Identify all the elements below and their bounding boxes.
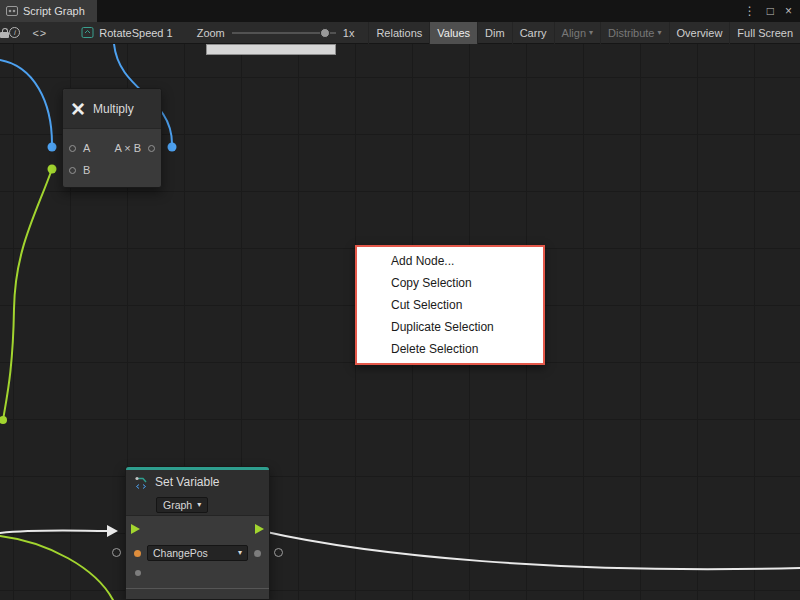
tab-title: Script Graph	[23, 5, 85, 17]
context-menu: Add Node... Copy Selection Cut Selection…	[355, 245, 545, 365]
value-input-port[interactable]	[134, 550, 141, 557]
wire-endpoint-blue-a[interactable]	[48, 143, 57, 152]
menu-item-cut-selection[interactable]: Cut Selection	[357, 294, 543, 316]
port-b-label: B	[83, 164, 90, 176]
code-icon: <>	[32, 27, 47, 39]
canvas-overlay-field	[206, 44, 336, 55]
relations-button[interactable]: Relations	[368, 22, 429, 44]
zoom-slider[interactable]	[232, 27, 336, 39]
wire-blue-left[interactable]	[0, 60, 52, 144]
align-dropdown[interactable]: Align ▾	[554, 22, 600, 44]
window-controls: ⋮ □ ×	[744, 5, 792, 17]
node-set-variable-subheader: Graph ▾	[126, 494, 269, 516]
port-result-label: A × B	[114, 142, 141, 154]
node-set-variable-title: Set Variable	[155, 475, 219, 489]
port-a-label: A	[83, 142, 90, 154]
graph-name: RotateSpeed 1	[99, 27, 172, 39]
wire-green-left[interactable]	[3, 169, 52, 420]
node-multiply-header: × Multiply	[63, 89, 161, 129]
variable-scope-dropdown[interactable]: Graph ▾	[156, 497, 208, 513]
overview-button[interactable]: Overview	[669, 22, 730, 44]
code-view-button[interactable]: <>	[30, 22, 49, 44]
wire-white-left[interactable]	[0, 531, 107, 534]
node-footer	[126, 588, 269, 599]
chevron-down-icon: ▾	[197, 501, 201, 509]
flow-port-row	[126, 516, 269, 542]
toolbar-toggles: Relations Values Dim Carry Align ▾ Distr…	[368, 22, 800, 44]
zoom-slider-handle[interactable]	[320, 28, 330, 38]
lock-icon	[0, 28, 9, 38]
graph-toolbar: i <> RotateSpeed 1 Zoom 1x Relations Val…	[0, 22, 800, 44]
flow-output-port[interactable]	[255, 524, 264, 534]
info-icon: i	[9, 27, 20, 38]
node-set-variable[interactable]: Set Variable Graph ▾ ChangePos ▾	[125, 466, 270, 600]
kebab-menu-icon[interactable]: ⋮	[744, 5, 756, 17]
value-port-row: ChangePos ▾	[126, 542, 269, 564]
carry-button[interactable]: Carry	[512, 22, 554, 44]
wire-endpoint-green-edge[interactable]	[0, 416, 7, 424]
external-port-ring-left[interactable]	[112, 548, 121, 557]
full-screen-button[interactable]: Full Screen	[729, 22, 800, 44]
set-variable-icon	[134, 475, 149, 490]
dim-button[interactable]: Dim	[477, 22, 512, 44]
node-multiply-title: Multiply	[93, 102, 134, 116]
node-multiply-body: A A × B B	[63, 129, 161, 189]
node-set-variable-header: Set Variable	[126, 470, 269, 494]
close-icon[interactable]: ×	[785, 5, 792, 17]
menu-item-duplicate-selection[interactable]: Duplicate Selection	[357, 316, 543, 338]
extra-port[interactable]	[135, 570, 141, 576]
wire-arrowhead-icon	[107, 525, 118, 537]
value-output-port[interactable]	[254, 550, 261, 557]
flow-input-port[interactable]	[131, 524, 140, 534]
window-titlebar: Script Graph ⋮ □ ×	[0, 0, 800, 22]
lock-button[interactable]	[0, 22, 9, 44]
output-port-result[interactable]	[148, 145, 155, 152]
tab-script-graph[interactable]: Script Graph	[0, 0, 97, 22]
graph-asset-icon	[81, 26, 94, 39]
port-row-a: A A × B	[63, 137, 161, 159]
external-port-ring-right[interactable]	[274, 548, 283, 557]
info-button[interactable]: i	[9, 22, 20, 44]
variable-name-dropdown[interactable]: ChangePos ▾	[147, 545, 248, 561]
port-row-b: B	[63, 159, 161, 181]
menu-item-add-node[interactable]: Add Node...	[357, 250, 543, 272]
distribute-dropdown[interactable]: Distribute ▾	[600, 22, 668, 44]
wire-green-bottom[interactable]	[0, 536, 113, 600]
zoom-value: 1x	[343, 27, 355, 39]
extra-port-row	[126, 564, 269, 582]
graph-canvas[interactable]: × Multiply A A × B B	[0, 44, 800, 600]
zoom-label: Zoom	[197, 27, 225, 39]
wire-endpoint-green-b[interactable]	[48, 165, 57, 174]
zoom-control: Zoom 1x	[197, 27, 355, 39]
chevron-down-icon: ▾	[658, 29, 662, 37]
multiply-icon: ×	[71, 97, 85, 121]
node-multiply[interactable]: × Multiply A A × B B	[62, 88, 162, 188]
wire-white-right[interactable]	[262, 531, 800, 569]
chevron-down-icon: ▾	[589, 29, 593, 37]
graph-breadcrumb[interactable]: RotateSpeed 1	[81, 26, 172, 39]
input-port-b[interactable]	[69, 167, 76, 174]
values-button[interactable]: Values	[429, 22, 477, 44]
menu-item-copy-selection[interactable]: Copy Selection	[357, 272, 543, 294]
wire-endpoint-blue-result[interactable]	[168, 143, 177, 152]
menu-item-delete-selection[interactable]: Delete Selection	[357, 338, 543, 360]
script-graph-icon	[6, 5, 18, 17]
chevron-down-icon: ▾	[238, 549, 242, 557]
input-port-a[interactable]	[69, 145, 76, 152]
maximize-icon[interactable]: □	[767, 5, 774, 17]
